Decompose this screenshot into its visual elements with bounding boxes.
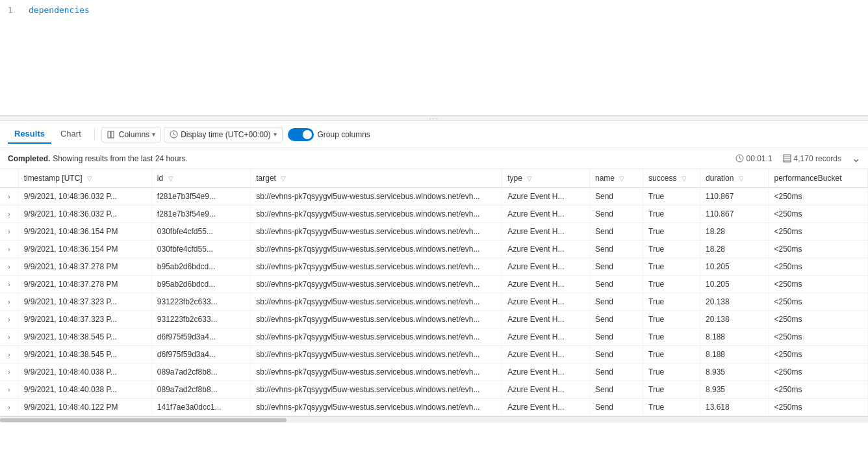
cell-name: Send — [589, 381, 643, 399]
row-expand-cell[interactable]: › — [0, 364, 18, 381]
table-row[interactable]: ›9/9/2021, 10:48:40.038 P...089a7ad2cf8b… — [0, 364, 868, 381]
cell-id: b95ab2d6bdcd... — [151, 258, 250, 276]
table-row[interactable]: ›9/9/2021, 10:48:36.154 PM030fbfe4cfd55.… — [0, 223, 868, 241]
row-expand-cell[interactable]: › — [0, 188, 18, 206]
cell-target: sb://evhns-pk7qsyygvl5uw-westus.serviceb… — [251, 381, 502, 399]
cell-target: sb://evhns-pk7qsyygvl5uw-westus.serviceb… — [251, 206, 502, 223]
status-records-value: 4,170 records — [794, 154, 841, 163]
cell-name: Send — [589, 223, 643, 241]
cell-duration: 110.867 — [700, 188, 769, 206]
bottom-scrollbar[interactable] — [0, 416, 868, 423]
cell-type: Azure Event H... — [502, 328, 590, 346]
cell-success: True — [643, 188, 700, 206]
table-row[interactable]: ›9/9/2021, 10:48:40.122 PM141f7ae3a0dcc1… — [0, 399, 868, 416]
duration-filter-icon[interactable]: ▽ — [739, 175, 744, 182]
results-table-container[interactable]: timestamp [UTC] ▽ id ▽ target ▽ type ▽ n… — [0, 169, 868, 456]
resize-dots-icon: ··· — [429, 115, 439, 122]
row-expand-cell[interactable]: › — [0, 328, 18, 346]
cell-duration: 8.935 — [700, 381, 769, 399]
tab-results[interactable]: Results — [8, 125, 51, 144]
table-row[interactable]: ›9/9/2021, 10:48:37.323 P...931223fb2c63… — [0, 293, 868, 311]
th-timestamp[interactable]: timestamp [UTC] ▽ — [18, 169, 151, 188]
th-duration[interactable]: duration ▽ — [700, 169, 769, 188]
th-target[interactable]: target ▽ — [251, 169, 502, 188]
cell-id: 931223fb2c633... — [151, 311, 250, 328]
cell-id: 089a7ad2cf8b8... — [151, 381, 250, 399]
cell-id: 141f7ae3a0dcc1... — [151, 399, 250, 416]
row-expand-cell[interactable]: › — [0, 381, 18, 399]
cell-timestamp: 9/9/2021, 10:48:36.032 P... — [18, 206, 151, 223]
tab-chart[interactable]: Chart — [54, 125, 88, 144]
cell-timestamp: 9/9/2021, 10:48:37.323 P... — [18, 293, 151, 311]
row-expand-cell[interactable]: › — [0, 223, 18, 241]
th-success[interactable]: success ▽ — [643, 169, 700, 188]
success-filter-icon[interactable]: ▽ — [682, 175, 687, 182]
id-filter-icon[interactable]: ▽ — [168, 175, 173, 182]
table-row[interactable]: ›9/9/2021, 10:48:37.278 PMb95ab2d6bdcd..… — [0, 276, 868, 293]
table-row[interactable]: ›9/9/2021, 10:48:40.038 P...089a7ad2cf8b… — [0, 381, 868, 399]
cell-performanceBucket: <250ms — [769, 293, 868, 311]
group-columns-toggle[interactable] — [288, 128, 314, 141]
bottom-scrollbar-thumb[interactable] — [0, 418, 287, 422]
cell-type: Azure Event H... — [502, 381, 590, 399]
row-expand-cell[interactable]: › — [0, 346, 18, 364]
status-left: Completed. Showing results from the last… — [8, 154, 188, 163]
target-filter-icon[interactable]: ▽ — [281, 175, 286, 182]
cell-target: sb://evhns-pk7qsyygvl5uw-westus.serviceb… — [251, 364, 502, 381]
table-row[interactable]: ›9/9/2021, 10:48:37.323 P...931223fb2c63… — [0, 311, 868, 328]
cell-performanceBucket: <250ms — [769, 276, 868, 293]
cell-id: f281e7b3f54e9... — [151, 206, 250, 223]
cell-name: Send — [589, 346, 643, 364]
cell-type: Azure Event H... — [502, 258, 590, 276]
cell-name: Send — [589, 311, 643, 328]
status-bar: Completed. Showing results from the last… — [0, 148, 868, 169]
timestamp-filter-icon[interactable]: ▽ — [87, 175, 92, 182]
table-row[interactable]: ›9/9/2021, 10:48:38.545 P...d6f975f59d3a… — [0, 328, 868, 346]
th-type[interactable]: type ▽ — [502, 169, 590, 188]
query-area[interactable]: 1 dependencies — [0, 0, 868, 116]
row-expand-cell[interactable]: › — [0, 311, 18, 328]
display-time-button[interactable]: Display time (UTC+00:00) ▾ — [164, 127, 282, 142]
cell-type: Azure Event H... — [502, 223, 590, 241]
cell-target: sb://evhns-pk7qsyygvl5uw-westus.serviceb… — [251, 241, 502, 258]
cell-id: b95ab2d6bdcd... — [151, 276, 250, 293]
cell-success: True — [643, 399, 700, 416]
type-filter-icon[interactable]: ▽ — [527, 175, 532, 182]
svg-line-4 — [174, 135, 176, 136]
table-row[interactable]: ›9/9/2021, 10:48:37.278 PMb95ab2d6bdcd..… — [0, 258, 868, 276]
table-row[interactable]: ›9/9/2021, 10:48:38.545 P...d6f975f59d3a… — [0, 346, 868, 364]
th-expand — [0, 169, 18, 188]
cell-timestamp: 9/9/2021, 10:48:40.038 P... — [18, 381, 151, 399]
cell-success: True — [643, 346, 700, 364]
cell-success: True — [643, 258, 700, 276]
row-expand-cell[interactable]: › — [0, 206, 18, 223]
table-row[interactable]: ›9/9/2021, 10:48:36.154 PM030fbfe4cfd55.… — [0, 241, 868, 258]
row-expand-cell[interactable]: › — [0, 258, 18, 276]
columns-button[interactable]: Columns ▾ — [101, 127, 161, 142]
row-expand-cell[interactable]: › — [0, 399, 18, 416]
group-columns-toggle-container: Group columns — [288, 128, 370, 141]
th-name[interactable]: name ▽ — [589, 169, 643, 188]
resize-handle[interactable]: ··· — [0, 116, 868, 121]
table-row[interactable]: ›9/9/2021, 10:48:36.032 P...f281e7b3f54e… — [0, 206, 868, 223]
svg-rect-1 — [111, 131, 114, 138]
cell-target: sb://evhns-pk7qsyygvl5uw-westus.serviceb… — [251, 346, 502, 364]
query-text[interactable]: dependencies — [29, 5, 90, 15]
expand-button[interactable]: ⌄ — [852, 152, 860, 165]
status-showing-text: Showing results from the last 24 hours. — [53, 154, 187, 163]
results-table: timestamp [UTC] ▽ id ▽ target ▽ type ▽ n… — [0, 169, 868, 416]
row-expand-cell[interactable]: › — [0, 276, 18, 293]
table-row[interactable]: ›9/9/2021, 10:48:36.032 P...f281e7b3f54e… — [0, 188, 868, 206]
row-expand-cell[interactable]: › — [0, 293, 18, 311]
cell-id: f281e7b3f54e9... — [151, 188, 250, 206]
th-performance-bucket[interactable]: performanceBucket — [769, 169, 868, 188]
cell-name: Send — [589, 399, 643, 416]
th-id[interactable]: id ▽ — [151, 169, 250, 188]
name-filter-icon[interactable]: ▽ — [619, 175, 624, 182]
cell-performanceBucket: <250ms — [769, 346, 868, 364]
cell-timestamp: 9/9/2021, 10:48:38.545 P... — [18, 328, 151, 346]
row-expand-cell[interactable]: › — [0, 241, 18, 258]
cell-duration: 8.188 — [700, 346, 769, 364]
cell-timestamp: 9/9/2021, 10:48:36.154 PM — [18, 223, 151, 241]
cell-timestamp: 9/9/2021, 10:48:40.038 P... — [18, 364, 151, 381]
